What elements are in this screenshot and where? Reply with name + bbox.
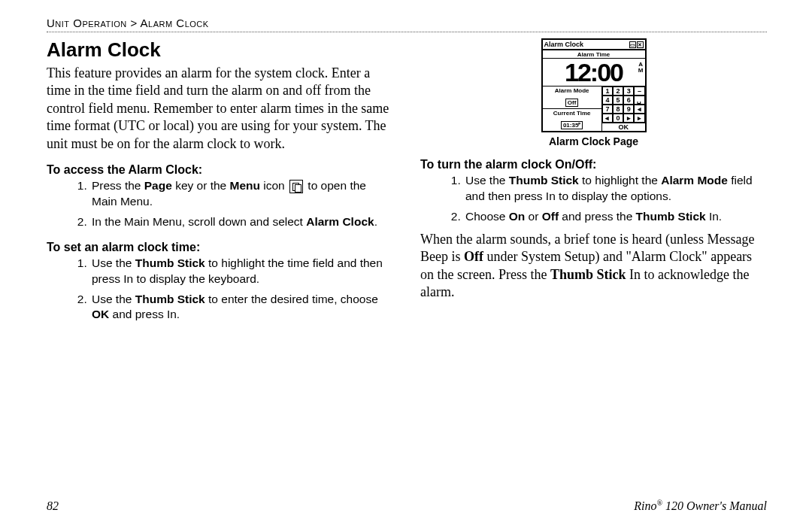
header-rule	[47, 32, 767, 32]
ampm-indicator: AM	[638, 62, 644, 74]
breadcrumb-section: Unit Operation	[47, 17, 127, 29]
list-item: Use the Thumb Stick to enter the desired…	[90, 292, 393, 323]
onoff-heading: To turn the alarm clock On/Off:	[420, 158, 767, 171]
alarm-clock-screenshot: Alarm Clock ▭ ✕ Alarm Time 12:00 AM Alar…	[541, 38, 647, 132]
page-number: 82	[47, 499, 59, 513]
window-min-icon: ▭	[629, 41, 636, 48]
list-item: In the Main Menu, scroll down and select…	[90, 214, 393, 230]
left-column: Alarm Clock This feature provides an ala…	[47, 38, 393, 494]
page-footer: 82 Rino® 120 Owner's Manual	[47, 499, 767, 513]
breadcrumb-page: Alarm Clock	[141, 17, 209, 29]
page-title: Alarm Clock	[47, 38, 393, 62]
ok-button-label: OK	[602, 123, 645, 131]
current-time-value: 01:35ᴾ	[561, 121, 583, 129]
access-heading: To access the Alarm Clock:	[47, 163, 393, 177]
doc-title: Rino® 120 Owner's Manual	[634, 499, 767, 513]
intro-paragraph: This feature provides an alarm for the s…	[47, 65, 393, 153]
set-heading: To set an alarm clock time:	[47, 241, 393, 254]
menu-icon	[289, 180, 303, 193]
right-column: Alarm Clock ▭ ✕ Alarm Time 12:00 AM Alar…	[420, 38, 767, 494]
alarm-mode-label: Alarm Mode	[543, 86, 601, 94]
list-item: Press the Page key or the Menu icon to o…	[90, 178, 393, 210]
current-time-label: Current Time	[543, 108, 601, 117]
set-steps: Use the Thumb Stick to highlight the tim…	[47, 256, 393, 323]
onoff-steps: Use the Thumb Stick to highlight the Ala…	[420, 173, 767, 225]
access-steps: Press the Page key or the Menu icon to o…	[47, 178, 393, 230]
alarm-time-display: 12:00 AM	[543, 59, 645, 86]
screenshot-title: Alarm Clock	[544, 41, 584, 48]
window-close-icon: ✕	[637, 41, 644, 48]
breadcrumb: Unit Operation > Alarm Clock	[47, 17, 767, 29]
keypad: 123– 456␣ 789◂ ◂0▸▸	[602, 86, 645, 123]
list-item: Use the Thumb Stick to highlight the tim…	[90, 256, 393, 287]
list-item: Choose On or Off and press the Thumb Sti…	[464, 209, 767, 225]
alarm-mode-value: Off	[565, 99, 579, 107]
breadcrumb-sep: >	[130, 17, 137, 29]
list-item: Use the Thumb Stick to highlight the Ala…	[464, 173, 767, 205]
closing-paragraph: When the alarm sounds, a brief tone is h…	[420, 231, 767, 302]
screenshot-caption: Alarm Clock Page	[420, 135, 767, 147]
